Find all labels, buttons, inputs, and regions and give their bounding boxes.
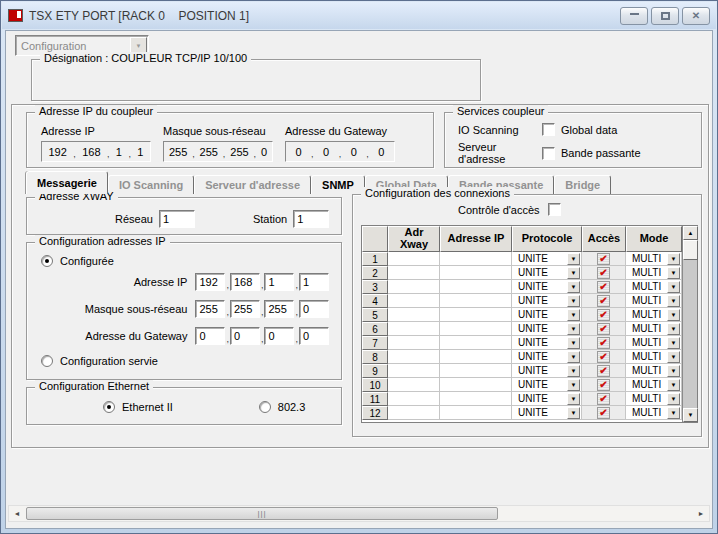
chevron-down-icon[interactable]: ▼ [567,351,580,363]
acces-check-icon[interactable]: ✔ [597,281,610,293]
adresse-ip-cell[interactable] [440,336,512,350]
acces-cell[interactable]: ✔ [582,378,626,392]
octet-input[interactable]: 255 [195,300,225,318]
mode-cell[interactable]: MULTI ▼ [626,350,682,364]
chevron-down-icon[interactable]: ▼ [567,309,580,321]
coupler-ip-field-value[interactable]: 255 , 255 , 255 , 0 [163,141,273,162]
reseau-input[interactable]: 1 [159,210,195,228]
coupler-ip-field-value[interactable]: 192 , 168 , 1 , 1 [41,141,151,162]
acces-check-icon[interactable]: ✔ [597,393,610,405]
acces-cell[interactable]: ✔ [582,308,626,322]
adr-xway-cell[interactable] [388,308,440,322]
scroll-up-button[interactable]: ▲ [683,226,698,240]
scroll-down-button[interactable]: ▼ [683,408,698,422]
adresse-ip-cell[interactable] [440,294,512,308]
tab[interactable]: IO Scanning [108,175,194,194]
adr-xway-cell[interactable] [388,350,440,364]
chevron-down-icon[interactable]: ▼ [667,393,680,405]
mode-cell[interactable]: MULTI ▼ [626,336,682,350]
adr-xway-cell[interactable] [388,364,440,378]
row-number-button[interactable]: 7 [362,336,388,350]
chevron-down-icon[interactable]: ▼ [567,379,580,391]
adresse-ip-cell[interactable] [440,378,512,392]
octet-input[interactable]: 255 [264,300,294,318]
protocole-cell[interactable]: UNITE ▼ [512,266,582,280]
chevron-down-icon[interactable]: ▼ [567,295,580,307]
adresse-ip-cell[interactable] [440,350,512,364]
chevron-down-icon[interactable]: ▼ [567,393,580,405]
coupler-ip-field-value[interactable]: 0 , 0 , 0 , 0 [285,141,395,162]
chevron-down-icon[interactable]: ▼ [667,267,680,279]
acces-cell[interactable]: ✔ [582,266,626,280]
octet-input[interactable]: 192 [195,273,225,291]
acces-check-icon[interactable]: ✔ [597,295,610,307]
acces-cell[interactable]: ✔ [582,392,626,406]
mode-cell[interactable]: MULTI ▼ [626,294,682,308]
served-radio[interactable] [41,355,53,367]
octet-input[interactable]: 168 [230,273,260,291]
acces-check-icon[interactable]: ✔ [597,253,610,265]
tab[interactable]: Bridge [554,175,611,194]
octet-input[interactable]: 0 [264,327,294,345]
vscroll-thumb[interactable] [683,240,698,260]
chevron-down-icon[interactable]: ▼ [567,337,580,349]
acces-cell[interactable]: ✔ [582,406,626,420]
adr-xway-cell[interactable] [388,322,440,336]
mode-cell[interactable]: MULTI ▼ [626,308,682,322]
acces-cell[interactable]: ✔ [582,350,626,364]
chevron-down-icon[interactable]: ▼ [667,379,680,391]
protocole-cell[interactable]: UNITE ▼ [512,322,582,336]
chevron-down-icon[interactable]: ▼ [667,253,680,265]
row-number-button[interactable]: 10 [362,378,388,392]
acces-cell[interactable]: ✔ [582,364,626,378]
adresse-ip-cell[interactable] [440,266,512,280]
row-number-button[interactable]: 5 [362,308,388,322]
protocole-cell[interactable]: UNITE ▼ [512,308,582,322]
tab[interactable]: Messagerie [26,171,108,194]
octet-input[interactable]: 0 [299,300,329,318]
chevron-down-icon[interactable]: ▼ [567,267,580,279]
row-number-button[interactable]: 2 [362,266,388,280]
adr-xway-cell[interactable] [388,280,440,294]
acces-check-icon[interactable]: ✔ [597,323,610,335]
acces-check-icon[interactable]: ✔ [597,379,610,391]
adresse-ip-cell[interactable] [440,364,512,378]
acces-check-icon[interactable]: ✔ [597,407,610,419]
adresse-ip-cell[interactable] [440,280,512,294]
mode-cell[interactable]: MULTI ▼ [626,392,682,406]
adresse-ip-cell[interactable] [440,406,512,420]
acces-cell[interactable]: ✔ [582,280,626,294]
row-number-button[interactable]: 6 [362,322,388,336]
minimize-button[interactable] [620,7,648,25]
service-checkbox[interactable] [542,123,555,136]
protocole-cell[interactable]: UNITE ▼ [512,252,582,266]
acces-cell[interactable]: ✔ [582,252,626,266]
mode-cell[interactable]: MULTI ▼ [626,406,682,420]
chevron-down-icon[interactable]: ▼ [567,407,580,419]
acces-check-icon[interactable]: ✔ [597,267,610,279]
chevron-down-icon[interactable]: ▼ [567,323,580,335]
scroll-left-button[interactable]: ◄ [9,506,25,521]
scroll-right-button[interactable]: ► [693,506,709,521]
acces-cell[interactable]: ✔ [582,336,626,350]
chevron-down-icon[interactable]: ▼ [667,323,680,335]
mode-cell[interactable]: MULTI ▼ [626,322,682,336]
row-number-button[interactable]: 8 [362,350,388,364]
chevron-down-icon[interactable]: ▼ [667,365,680,377]
protocole-cell[interactable]: UNITE ▼ [512,406,582,420]
octet-input[interactable]: 1 [299,273,329,291]
adr-xway-cell[interactable] [388,294,440,308]
mode-cell[interactable]: MULTI ▼ [626,280,682,294]
chevron-down-icon[interactable]: ▼ [567,253,580,265]
adr-xway-cell[interactable] [388,378,440,392]
hscrollbar[interactable]: ◄ ||| ► [8,505,710,522]
adresse-ip-cell[interactable] [440,322,512,336]
mode-cell[interactable]: MULTI ▼ [626,252,682,266]
service-checkbox[interactable] [542,147,555,160]
row-number-button[interactable]: 11 [362,392,388,406]
acces-cell[interactable]: ✔ [582,294,626,308]
restore-button[interactable] [651,7,679,25]
hscroll-thumb[interactable]: ||| [26,507,498,520]
adr-xway-cell[interactable] [388,336,440,350]
tab[interactable]: Serveur d'adresse [194,175,311,194]
